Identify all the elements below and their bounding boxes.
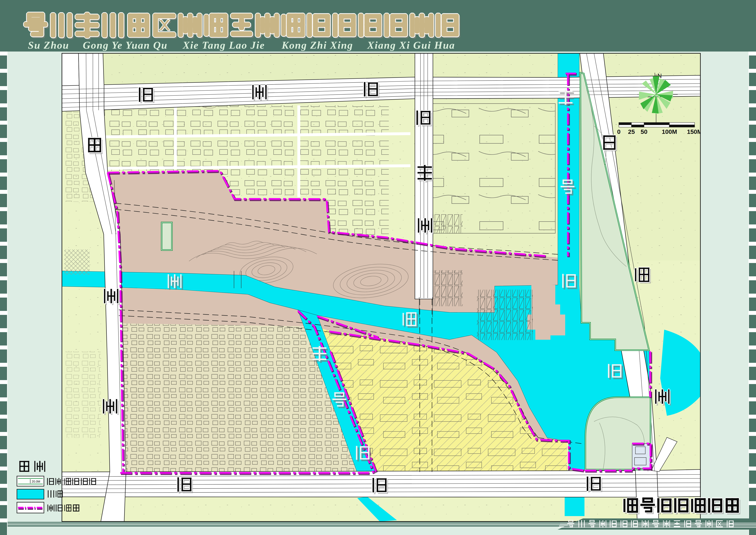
svg-text:25: 25 xyxy=(628,128,635,135)
svg-text:100M: 100M xyxy=(662,128,677,135)
svg-text:50: 50 xyxy=(641,128,647,135)
svg-text:20.0M: 20.0M xyxy=(32,480,40,483)
svg-text:Xiang Xi Gui Hua: Xiang Xi Gui Hua xyxy=(367,39,455,51)
svg-text:Gong Ye Yuan Qu: Gong Ye Yuan Qu xyxy=(83,39,168,51)
svg-text:Kong Zhi Xing: Kong Zhi Xing xyxy=(282,39,353,51)
svg-text:Su Zhou: Su Zhou xyxy=(28,39,69,51)
svg-text:150M: 150M xyxy=(687,128,702,135)
svg-text:Xie Tang Lao Jie: Xie Tang Lao Jie xyxy=(182,39,265,51)
svg-text:0: 0 xyxy=(617,128,621,135)
